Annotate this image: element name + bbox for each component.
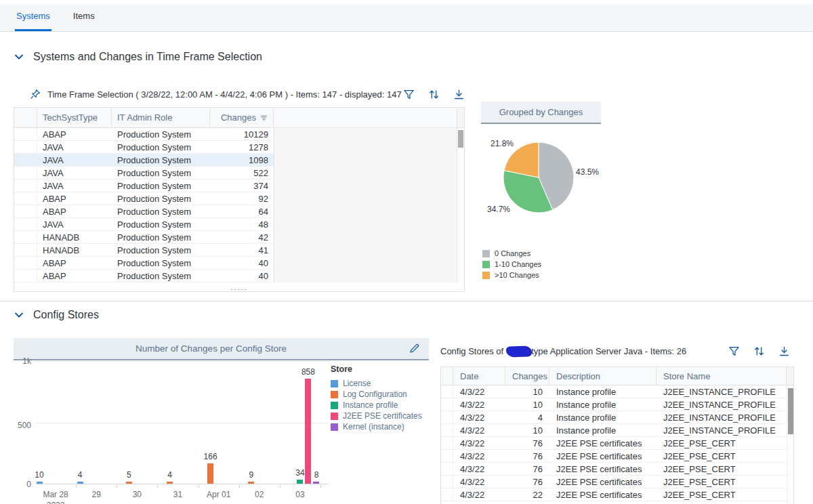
legend-item: J2EE PSE certificates (331, 411, 432, 421)
row-selector-cell[interactable] (14, 270, 37, 282)
table-cell: 76 (505, 450, 549, 462)
table-row[interactable]: JAVAProduction System522 (14, 167, 274, 180)
config-stores-scrollbar[interactable] (787, 385, 793, 504)
chevron-down-icon[interactable] (14, 310, 24, 320)
table-row[interactable]: 4/3/2276J2EE PSE certificatesJ2EE_PSE_CE… (441, 437, 787, 450)
table-cell: 40 (210, 257, 274, 269)
table-row[interactable]: ABAPProduction System64 (14, 205, 274, 218)
column-changes[interactable]: Changes (210, 108, 274, 127)
systems-table-scrollbar[interactable] (457, 128, 464, 282)
bar[interactable] (297, 480, 303, 484)
table-row[interactable]: HANADBProduction System41 (14, 244, 274, 257)
row-selector-cell[interactable] (14, 154, 37, 166)
x-axis-label: 30 (117, 490, 157, 499)
row-selector-cell[interactable] (14, 257, 37, 269)
bar[interactable] (248, 482, 254, 484)
select-all-cell[interactable] (14, 108, 37, 127)
row-selector-cell[interactable] (441, 476, 453, 488)
bar[interactable] (126, 482, 132, 484)
bar-chart-legend: Store LicenseLog ConfigurationInstance p… (331, 364, 432, 432)
table-cell: 22 (505, 488, 549, 501)
tab-systems[interactable]: Systems (15, 0, 51, 31)
table-row[interactable]: 4/3/2276J2EE PSE certificatesJ2EE_PSE_CE… (441, 450, 787, 463)
table-cell: 40 (210, 270, 274, 282)
edit-pencil-icon[interactable] (409, 343, 419, 354)
table-row[interactable]: 4/3/2210Instance profileJ2EE_INSTANCE_PR… (441, 424, 787, 437)
row-selector-cell[interactable] (14, 167, 37, 179)
more-rows-trigger[interactable]: ..... (14, 282, 464, 291)
table-row[interactable]: HANADBProduction System42 (14, 231, 274, 244)
bar[interactable] (305, 379, 311, 484)
download-icon[interactable] (778, 345, 790, 357)
sort-icon[interactable] (753, 345, 765, 357)
table-row[interactable]: 4/3/2276J2EE PSE certificatesJ2EE_PSE_CE… (441, 476, 787, 488)
row-selector-cell[interactable] (14, 231, 37, 243)
column-changes[interactable]: Changes (505, 367, 549, 385)
row-selector-cell[interactable] (14, 205, 37, 217)
row-selector-cell[interactable] (441, 463, 453, 475)
row-selector-cell[interactable] (14, 141, 37, 153)
legend-item: 1-10 Changes (482, 259, 541, 270)
row-selector-cell[interactable] (14, 128, 37, 140)
row-selector-cell[interactable] (14, 244, 37, 256)
table-row[interactable]: ABAPProduction System40 (14, 270, 274, 282)
table-row[interactable]: 4/3/2210Instance profileJ2EE_INSTANCE_PR… (441, 385, 787, 398)
column-techsysttype[interactable]: TechSystType (37, 108, 112, 127)
select-all-cell[interactable] (441, 367, 453, 385)
axis-tick (117, 485, 117, 488)
grouped-by-changes-panel[interactable]: Grouped by Changes (481, 102, 601, 124)
row-selector-cell[interactable] (441, 398, 453, 411)
row-selector-cell[interactable] (14, 218, 37, 230)
filter-icon[interactable] (403, 89, 415, 100)
download-icon[interactable] (453, 89, 465, 100)
bar[interactable] (167, 482, 173, 484)
row-selector-cell[interactable] (441, 488, 453, 501)
table-row[interactable]: ABAPProduction System10129 (14, 128, 274, 141)
bar[interactable] (77, 482, 83, 484)
table-row[interactable]: JAVAProduction System48 (14, 218, 274, 231)
sort-icon[interactable] (428, 89, 440, 100)
table-row[interactable]: JAVAProduction System374 (14, 180, 274, 192)
axis-tick (280, 485, 280, 488)
table-row[interactable]: ABAPProduction System92 (14, 192, 274, 205)
chevron-down-icon[interactable] (14, 51, 24, 62)
filter-icon[interactable] (728, 345, 740, 357)
table-cell: J2EE PSE certificates (549, 437, 656, 449)
table-cell: 10129 (210, 128, 274, 140)
row-selector-cell[interactable] (14, 180, 37, 192)
section-config-stores: Config Stores (14, 309, 99, 321)
bar[interactable] (313, 482, 319, 484)
table-row[interactable]: 4/3/224Instance profileJ2EE_INSTANCE_PRO… (441, 411, 787, 424)
table-row[interactable]: ABAPProduction System40 (14, 257, 274, 270)
column-description[interactable]: Description (549, 367, 656, 385)
column-it-admin-role[interactable]: IT Admin Role (112, 108, 210, 127)
bar-value-label: 34 (295, 468, 304, 478)
table-row[interactable]: JAVAProduction System1278 (14, 141, 274, 154)
table-row[interactable]: 4/3/2276J2EE PSE certificatesJ2EE_PSE_CE… (441, 463, 787, 476)
row-selector-cell[interactable] (441, 424, 453, 436)
scrollbar-thumb[interactable] (458, 130, 463, 148)
systems-table: TechSystType IT Admin Role Changes ABAPP… (14, 107, 465, 292)
row-selector-cell[interactable] (441, 385, 453, 398)
bar[interactable] (37, 482, 43, 484)
tab-items[interactable]: Items (72, 0, 96, 31)
row-selector-cell[interactable] (14, 192, 37, 205)
column-store-name[interactable]: Store Name (656, 367, 787, 385)
scrollbar-thumb[interactable] (788, 388, 793, 434)
table-cell: Production System (112, 257, 210, 269)
bar[interactable] (207, 463, 213, 484)
legend-swatch (331, 391, 338, 398)
row-selector-cell[interactable] (441, 411, 453, 423)
header-filler (274, 108, 457, 127)
table-cell: J2EE PSE certificates (549, 476, 656, 488)
column-date[interactable]: Date (453, 367, 505, 385)
table-cell: 4/3/22 (453, 437, 505, 449)
table-row[interactable]: 4/3/2210Instance profileJ2EE_INSTANCE_PR… (441, 398, 787, 411)
pin-icon[interactable] (30, 89, 41, 100)
table-row[interactable]: 4/3/2222J2EE PSE certificatesJ2EE_PSE_CE… (441, 488, 787, 501)
row-selector-cell[interactable] (441, 450, 453, 462)
table-row[interactable]: JAVAProduction System1098 (14, 154, 274, 167)
config-stores-table-toolbar: Config Stores of type Application Server… (440, 342, 794, 360)
row-selector-cell[interactable] (441, 437, 453, 449)
table-cell: J2EE PSE certificates (549, 488, 656, 501)
